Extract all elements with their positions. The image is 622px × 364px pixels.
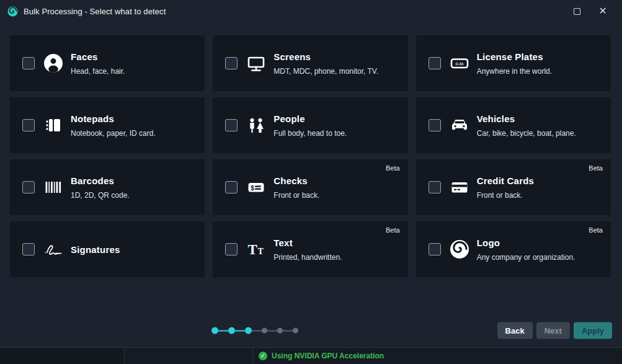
next-button[interactable]: Next <box>536 322 570 339</box>
beta-badge: Beta <box>386 226 400 234</box>
close-icon: ✕ <box>598 6 606 16</box>
wizard-step-indicator <box>211 327 298 334</box>
app-logo-icon <box>7 6 18 17</box>
card-subtitle: Head, face, hair. <box>71 67 125 76</box>
detection-options-grid: Faces Head, face, hair. Screens MDT, MDC… <box>0 35 622 277</box>
logo-swirl-icon <box>447 238 473 260</box>
title-bar: Bulk Processing - Select what to detect … <box>0 0 622 22</box>
text-icon: TT <box>243 238 269 260</box>
card-license-plates[interactable]: C-31 License Plates Anywhere in the worl… <box>416 35 611 91</box>
step-connector <box>283 330 293 331</box>
card-title: Screens <box>273 51 378 62</box>
step-connector <box>252 330 262 331</box>
credit-cards-checkbox[interactable] <box>429 181 441 193</box>
card-subtitle: Front or back. <box>477 191 534 200</box>
beta-badge: Beta <box>386 164 400 172</box>
status-bar: ✓ Using NVIDIA GPU Acceleration <box>0 347 622 364</box>
card-subtitle: 1D, 2D, QR code. <box>71 191 130 200</box>
people-icon <box>243 114 269 136</box>
screen-icon <box>243 52 269 74</box>
card-checks[interactable]: $ Checks Front or back. Beta <box>213 159 407 215</box>
beta-badge: Beta <box>589 164 603 172</box>
card-faces[interactable]: Faces Head, face, hair. <box>10 35 205 91</box>
step-dot-5 <box>277 328 283 334</box>
step-connector <box>235 330 245 331</box>
step-dot-1 <box>211 327 218 334</box>
step-dot-2 <box>228 327 235 334</box>
card-title: Notepads <box>71 113 156 124</box>
step-connector <box>218 330 228 331</box>
card-vehicles[interactable]: Vehicles Car, bike, bicycle, boat, plane… <box>416 97 611 153</box>
card-title: Credit Cards <box>477 175 534 186</box>
footer-bar: Back Next Apply <box>0 314 622 347</box>
card-credit-cards[interactable]: Credit Cards Front or back. Beta <box>416 159 611 215</box>
gpu-status-text: Using NVIDIA GPU Acceleration <box>272 352 384 360</box>
card-title: Faces <box>71 51 125 62</box>
step-connector <box>267 330 277 331</box>
svg-text:T: T <box>258 247 264 256</box>
logo-checkbox[interactable] <box>429 243 441 255</box>
window-title: Bulk Processing - Select what to detect <box>24 7 166 16</box>
card-title: Barcodes <box>71 175 130 186</box>
card-subtitle: Any company or organization. <box>477 253 575 262</box>
card-title: Text <box>273 237 342 248</box>
barcodes-checkbox[interactable] <box>22 181 35 193</box>
maximize-icon <box>574 8 580 15</box>
card-subtitle: Full body, head to toe. <box>273 129 347 138</box>
card-screens[interactable]: Screens MDT, MDC, phone, monitor, TV. <box>213 35 407 91</box>
step-dot-4 <box>262 328 267 334</box>
signature-icon <box>40 238 66 260</box>
license-plate-icon: C-31 <box>447 52 473 74</box>
signatures-checkbox[interactable] <box>22 243 35 255</box>
green-check-icon: ✓ <box>259 352 267 360</box>
svg-text:T: T <box>248 242 257 257</box>
vehicle-icon <box>447 114 473 136</box>
checks-checkbox[interactable] <box>225 181 238 193</box>
check-money-icon: $ <box>243 176 269 198</box>
card-people[interactable]: People Full body, head to toe. <box>213 97 407 153</box>
apply-button[interactable]: Apply <box>574 322 612 339</box>
screens-checkbox[interactable] <box>225 57 238 69</box>
notepad-icon <box>40 114 66 136</box>
text-checkbox[interactable] <box>225 243 238 255</box>
card-subtitle: MDT, MDC, phone, monitor, TV. <box>273 67 378 76</box>
maximize-button[interactable] <box>564 2 590 20</box>
beta-badge: Beta <box>589 226 603 234</box>
svg-text:C-31: C-31 <box>455 62 464 66</box>
people-checkbox[interactable] <box>225 119 238 131</box>
status-bar-divider <box>252 348 253 364</box>
bulk-processing-window: Bulk Processing - Select what to detect … <box>0 0 622 364</box>
back-button[interactable]: Back <box>497 322 533 339</box>
barcode-icon <box>40 176 66 198</box>
card-title: People <box>273 113 347 124</box>
card-subtitle: Front or back. <box>273 191 319 200</box>
card-signatures[interactable]: Signatures <box>10 221 205 277</box>
card-subtitle: Printed, handwritten. <box>273 253 342 262</box>
card-title: Vehicles <box>477 113 576 124</box>
card-text[interactable]: TT Text Printed, handwritten. Beta <box>213 221 407 277</box>
svg-text:$: $ <box>251 185 255 192</box>
card-subtitle: Notebook, paper, ID card. <box>71 129 156 138</box>
card-title: Signatures <box>71 244 120 255</box>
credit-card-icon <box>447 176 473 198</box>
step-dot-3 <box>245 327 252 334</box>
notepads-checkbox[interactable] <box>22 119 35 131</box>
gpu-status: ✓ Using NVIDIA GPU Acceleration <box>259 348 384 364</box>
card-title: Checks <box>273 175 319 186</box>
step-dot-6 <box>293 328 298 334</box>
card-notepads[interactable]: Notepads Notebook, paper, ID card. <box>10 97 205 153</box>
card-subtitle: Anywhere in the world. <box>477 67 552 76</box>
face-icon <box>40 52 66 74</box>
card-logo[interactable]: Logo Any company or organization. Beta <box>416 221 611 277</box>
close-button[interactable]: ✕ <box>590 2 616 20</box>
card-title: License Plates <box>477 51 552 62</box>
faces-checkbox[interactable] <box>22 57 35 69</box>
card-title: Logo <box>477 237 575 248</box>
status-bar-segment <box>0 348 125 364</box>
card-subtitle: Car, bike, bicycle, boat, plane. <box>477 129 576 138</box>
vehicles-checkbox[interactable] <box>429 119 441 131</box>
license-plates-checkbox[interactable] <box>429 57 441 69</box>
card-barcodes[interactable]: Barcodes 1D, 2D, QR code. <box>10 159 205 215</box>
